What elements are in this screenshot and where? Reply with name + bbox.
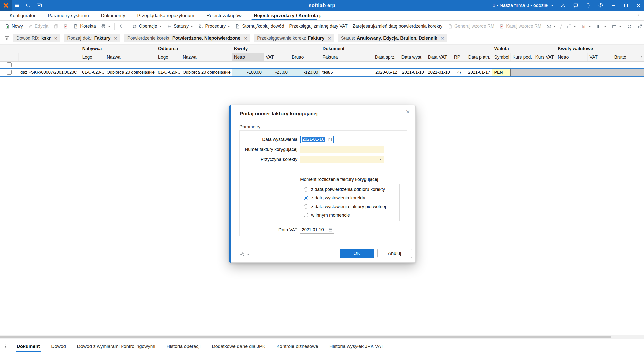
collapse-columns-icon[interactable] xyxy=(641,55,642,58)
export-button[interactable] xyxy=(564,22,578,30)
dialog-close-icon[interactable]: × xyxy=(406,108,410,115)
layout-export-button[interactable] xyxy=(635,22,644,30)
column-header-kurs-pod[interactable]: Kurs pod. xyxy=(510,53,533,62)
tab-konfigurator[interactable]: Konfigurator xyxy=(4,11,42,20)
column-header-kurs-vat[interactable]: Kurs VAT xyxy=(533,53,556,62)
send-email-button[interactable] xyxy=(544,22,558,30)
bottom-tab-dokument[interactable]: Dokument xyxy=(11,341,46,352)
app-logo[interactable] xyxy=(0,0,12,11)
window-close-button[interactable]: × xyxy=(633,0,644,11)
cell-netto-wal[interactable] xyxy=(556,68,587,76)
chart-view-button[interactable] xyxy=(579,22,593,30)
column-header-symbol[interactable]: Symbol xyxy=(492,53,510,62)
issue-date-input[interactable]: 2021-01-10 xyxy=(300,136,334,143)
tab-rejestr-sprzedazy[interactable]: Rejestr sprzedaży / Kontrola przeksię xyxy=(248,11,321,20)
column-header-logo-nabywca[interactable]: Logo xyxy=(80,53,105,62)
cell-dowod[interactable]: daż FSKR/00007/2001O020C xyxy=(18,68,80,76)
chip-close-icon[interactable]: × xyxy=(441,36,444,41)
horizontal-scrollbar-thumb[interactable] xyxy=(0,336,611,338)
column-header-vat[interactable]: VAT xyxy=(264,53,290,62)
menu-icon[interactable] xyxy=(12,0,23,11)
cell-kurs-pod[interactable] xyxy=(510,68,533,76)
chip-close-icon[interactable]: × xyxy=(54,36,57,41)
vat-date-change-button[interactable]: Przeksięguj zmianę daty VAT xyxy=(287,22,350,30)
column-header-vat-wal[interactable]: VAT xyxy=(587,53,612,62)
cell-brutto[interactable]: -123.00 xyxy=(290,68,320,76)
operations-menu-button[interactable]: Operacje xyxy=(130,22,164,30)
column-header-logo-odbiorca[interactable]: Logo xyxy=(156,53,181,62)
radio-option-other-moment[interactable]: w innym momencie xyxy=(304,213,396,218)
calendar-icon[interactable] xyxy=(327,136,333,143)
column-chooser-button[interactable] xyxy=(610,22,624,30)
cell-data-wyst[interactable]: 2021-01-10 xyxy=(399,68,426,76)
bottom-tab-dodatkowe-jpk[interactable]: Dodatkowe dane dla JPK xyxy=(206,341,271,352)
statuses-menu-button[interactable]: Statusy xyxy=(165,22,195,30)
column-header-netto[interactable]: Netto xyxy=(232,53,264,62)
cell-kurs-vat[interactable] xyxy=(533,68,556,76)
company-selector[interactable]: 1 - Nasza firma 0 - oddział xyxy=(490,0,556,11)
window-minimize-button[interactable] xyxy=(608,0,619,11)
cell-nabywca-nazwa[interactable]: Odbiorca 20 dolnośląskie xyxy=(105,68,156,76)
notifications-bell-icon[interactable] xyxy=(583,0,594,11)
radio-icon[interactable] xyxy=(304,187,308,192)
radio-icon-selected[interactable] xyxy=(304,196,308,200)
grid-view-button[interactable] xyxy=(594,22,609,30)
cell-vat-wal[interactable] xyxy=(587,68,612,76)
bottom-tab-dowod[interactable]: Dowód xyxy=(46,341,71,352)
column-header-rp[interactable]: RP xyxy=(452,53,466,62)
correction-button[interactable]: Korekta xyxy=(71,22,98,30)
ok-button[interactable]: OK xyxy=(340,249,374,258)
cell-odbiorca-logo[interactable]: 01-O-020-C xyxy=(156,68,181,76)
cell-data-sprz[interactable]: 2020-05-12 xyxy=(373,68,399,76)
column-header-data-vat[interactable]: Data VAT xyxy=(426,53,452,62)
print-button[interactable] xyxy=(99,22,113,30)
cell-symbol[interactable]: PLN xyxy=(492,68,510,76)
tab-dokumenty[interactable]: Dokumenty xyxy=(95,11,131,20)
bottom-tab-kontrole-biznesowe[interactable]: Kontrole biznesowe xyxy=(271,341,324,352)
new-button[interactable]: Nowy xyxy=(3,22,25,30)
cell-odbiorca-nazwa[interactable]: Odbiorca 20 dolnośląskie xyxy=(181,68,232,76)
correction-reason-select[interactable] xyxy=(300,156,384,163)
procedures-menu-button[interactable]: Procedury xyxy=(196,22,232,30)
radio-option-correction-issue-date[interactable]: z datą wystawienia korekty xyxy=(304,195,396,201)
column-header-data-wyst[interactable]: Data wyst. xyxy=(399,53,426,62)
dialog-settings-button[interactable] xyxy=(239,252,249,257)
global-search-icon[interactable] xyxy=(23,0,34,11)
table-row[interactable]: daż FSKR/00007/2001O020C 01-O-020-C Odbi… xyxy=(0,68,644,76)
select-all-checkbox[interactable] xyxy=(7,62,12,67)
row-checkbox[interactable] xyxy=(7,70,12,75)
bottom-tab-dowod-wymiary[interactable]: Dowód z wymiarami kontrolingowymi xyxy=(71,341,161,352)
chip-close-icon[interactable]: × xyxy=(244,36,247,41)
filter-funnel-icon[interactable] xyxy=(4,35,10,41)
cell-brutto-wal[interactable] xyxy=(612,68,641,76)
radio-option-confirmation-date[interactable]: z datą potwierdzenia odbioru korekty xyxy=(304,187,396,192)
tab-parametry-systemu[interactable]: Parametry systemu xyxy=(42,11,95,20)
cell-vat[interactable]: -23.00 xyxy=(264,68,290,76)
radio-icon[interactable] xyxy=(304,213,308,217)
column-header-dowod[interactable] xyxy=(18,53,80,62)
cell-data-platn[interactable]: 2021-01-17 xyxy=(466,68,492,76)
cell-faktura[interactable]: test/5 xyxy=(320,68,373,76)
bottombar-menu-icon[interactable] xyxy=(0,341,11,352)
bottom-tab-historia-wysylek[interactable]: Historia wysyłek JPK VAT xyxy=(324,341,389,352)
radio-option-original-invoice-date[interactable]: z datą wystawienia faktury pierwotnej xyxy=(304,204,396,209)
register-confirmation-date-button[interactable]: Zarejestruj/zmień datę potwierdzenia kor… xyxy=(350,22,445,30)
tab-przegladarka-repozytorium[interactable]: Przeglądarka repozytorium xyxy=(131,11,200,20)
horizontal-scrollbar[interactable] xyxy=(0,335,644,339)
cancel-button[interactable]: Anuluj xyxy=(377,249,412,258)
filter-chip-rodzaj-dok[interactable]: Rodzaj dok.:Faktury× xyxy=(64,34,120,42)
column-header-data-sprz[interactable]: Data sprz. xyxy=(373,53,399,62)
user-icon[interactable] xyxy=(557,0,569,11)
storno-copy-button[interactable]: Stornuj/kopiuj dowód xyxy=(233,22,286,30)
tabbar-overflow-menu[interactable] xyxy=(632,11,644,20)
filter-chip-potwierdzenie-korekt[interactable]: Potwierdzenie korekt:Potwierdzone, Niepo… xyxy=(124,34,250,42)
radio-icon[interactable] xyxy=(304,204,308,209)
help-icon[interactable] xyxy=(595,0,606,11)
attachments-button[interactable] xyxy=(116,22,126,30)
column-header-netto-wal[interactable]: Netto xyxy=(556,53,587,62)
cell-data-vat[interactable]: 2021-01-10 xyxy=(426,68,452,76)
column-header-data-platn[interactable]: Data płatn. xyxy=(466,53,492,62)
window-maximize-button[interactable] xyxy=(620,0,631,11)
tab-rejestr-zakupow[interactable]: Rejestr zakupów xyxy=(200,11,248,20)
cell-netto[interactable]: -100.00 xyxy=(232,68,264,76)
